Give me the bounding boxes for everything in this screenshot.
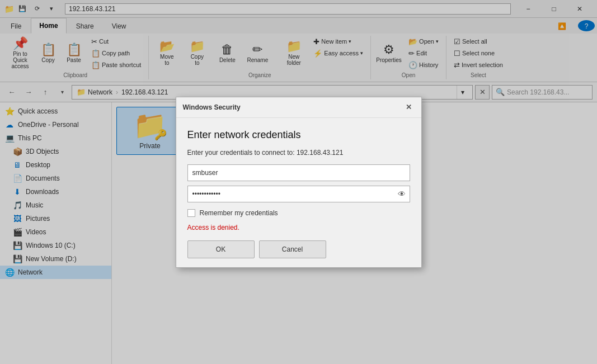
username-input[interactable] xyxy=(187,164,410,181)
error-message: Access is denied. xyxy=(187,224,410,231)
remember-credentials-label: Remember my credentials xyxy=(200,209,278,217)
dialog-title-text: Windows Security xyxy=(183,103,241,111)
ok-button[interactable]: OK xyxy=(187,240,255,258)
password-wrap: 👁 xyxy=(187,186,410,202)
dialog-overlay: Windows Security ✕ Enter network credent… xyxy=(0,0,597,364)
dialog-buttons: OK Cancel xyxy=(187,240,410,258)
remember-credentials-checkbox[interactable] xyxy=(187,209,195,217)
show-password-button[interactable]: 👁 xyxy=(396,188,408,200)
cancel-button[interactable]: Cancel xyxy=(259,240,326,258)
password-input[interactable] xyxy=(187,186,410,202)
windows-security-dialog: Windows Security ✕ Enter network credent… xyxy=(176,97,422,268)
dialog-description: Enter your credentials to connect to: 19… xyxy=(187,149,410,157)
dialog-title-bar: Windows Security ✕ xyxy=(176,97,421,118)
dialog-heading: Enter network credentials xyxy=(187,129,410,141)
remember-credentials-row: Remember my credentials xyxy=(187,209,410,217)
dialog-close-button[interactable]: ✕ xyxy=(403,102,415,113)
dialog-body: Enter network credentials Enter your cre… xyxy=(176,118,421,267)
